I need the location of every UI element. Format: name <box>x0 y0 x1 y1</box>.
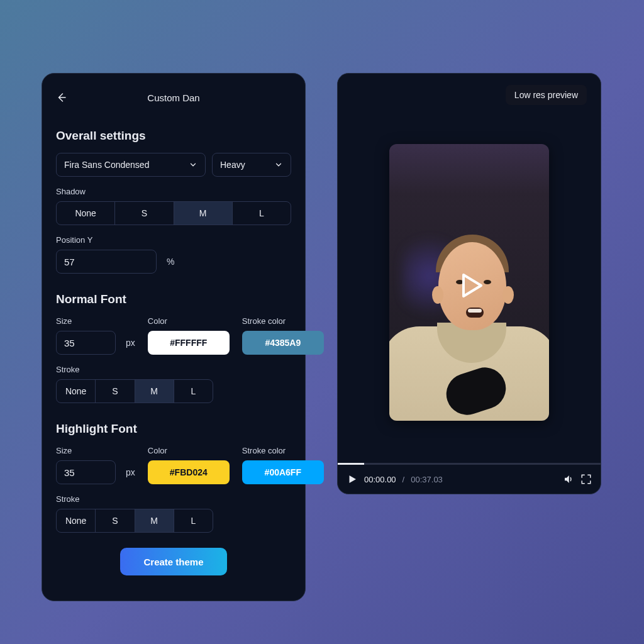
current-time: 00:00.00 <box>364 475 396 484</box>
normal-heading: Normal Font <box>56 292 291 306</box>
back-button[interactable] <box>56 92 67 103</box>
video-thumbnail[interactable] <box>389 144 549 421</box>
normal-size-unit: px <box>126 338 135 348</box>
normal-stroke-label: Stroke <box>56 365 291 374</box>
shadow-option-none[interactable]: None <box>57 202 115 225</box>
time-separator: / <box>402 475 405 484</box>
position-y-unit: % <box>167 257 174 267</box>
normal-stroke-color-swatch[interactable]: #4385A9 <box>242 331 324 355</box>
normal-stroke-l[interactable]: L <box>174 380 213 402</box>
highlight-color-swatch[interactable]: #FBD024 <box>148 460 230 484</box>
highlight-stroke-none[interactable]: None <box>57 509 96 532</box>
chevron-down-icon <box>189 160 197 169</box>
volume-icon[interactable] <box>563 474 574 485</box>
font-weight-select[interactable]: Heavy <box>212 153 291 177</box>
shadow-option-s[interactable]: S <box>115 202 174 225</box>
highlight-size-unit: px <box>126 467 135 477</box>
shadow-segment: None S M L <box>56 201 291 225</box>
normal-stroke-s[interactable]: S <box>96 380 135 402</box>
low-res-badge: Low res preview <box>506 85 587 105</box>
normal-color-swatch[interactable]: #FFFFFF <box>148 331 230 355</box>
shadow-option-l[interactable]: L <box>233 202 291 225</box>
create-theme-button[interactable]: Create theme <box>120 548 227 575</box>
highlight-stroke-label: Stroke <box>56 494 291 504</box>
highlight-size-label: Size <box>56 446 135 455</box>
position-y-input[interactable] <box>56 250 157 274</box>
duration: 00:37.03 <box>411 475 443 484</box>
font-family-value: Fira Sans Condensed <box>64 160 149 170</box>
normal-color-label: Color <box>148 316 230 326</box>
settings-panel: Custom Dan Overall settings Fira Sans Co… <box>42 73 306 601</box>
highlight-stroke-m[interactable]: M <box>135 509 174 532</box>
normal-stroke-m[interactable]: M <box>135 380 174 402</box>
normal-stroke-segment: None S M L <box>56 379 213 403</box>
highlight-stroke-s[interactable]: S <box>96 509 135 532</box>
shadow-option-m[interactable]: M <box>174 202 233 225</box>
highlight-heading: Highlight Font <box>56 422 291 436</box>
page-title: Custom Dan <box>67 92 280 103</box>
normal-size-input[interactable] <box>56 331 116 355</box>
highlight-stroke-l[interactable]: L <box>174 509 213 532</box>
normal-stroke-color-label: Stroke color <box>242 316 324 326</box>
font-family-select[interactable]: Fira Sans Condensed <box>56 153 206 177</box>
preview-panel: Low res preview 00:00.00 / 00:37.03 <box>337 73 601 494</box>
arrow-left-icon <box>56 92 67 103</box>
highlight-stroke-color-swatch[interactable]: #00A6FF <box>242 460 324 484</box>
highlight-stroke-color-label: Stroke color <box>242 446 324 455</box>
normal-stroke-none[interactable]: None <box>57 380 96 402</box>
overall-heading: Overall settings <box>56 129 291 143</box>
font-weight-value: Heavy <box>220 160 245 170</box>
shadow-label: Shadow <box>56 187 291 196</box>
position-y-label: Position Y <box>56 235 291 245</box>
chevron-down-icon <box>274 160 283 169</box>
fullscreen-icon[interactable] <box>580 474 592 485</box>
highlight-color-label: Color <box>148 446 230 455</box>
play-icon[interactable] <box>347 474 358 485</box>
play-overlay-icon[interactable] <box>455 270 486 301</box>
normal-size-label: Size <box>56 316 135 326</box>
highlight-size-input[interactable] <box>56 460 116 484</box>
highlight-stroke-segment: None S M L <box>56 509 213 533</box>
transport-bar: 00:00.00 / 00:37.03 <box>338 465 601 494</box>
